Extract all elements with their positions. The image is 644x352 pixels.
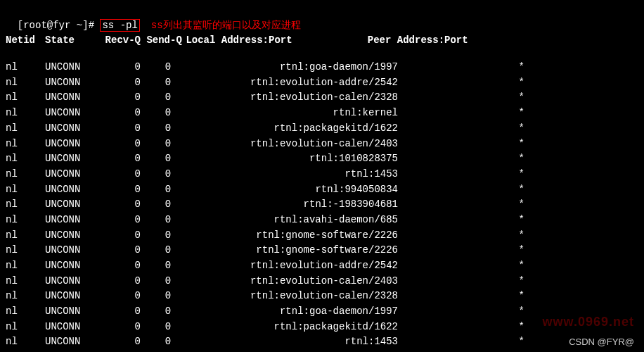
- cell-sendq: 0: [141, 182, 180, 198]
- cell-sendq: 0: [141, 289, 180, 304]
- table-row: nlUNCONN00rtnl:evolution-calen/2403*: [6, 274, 638, 289]
- cell-peer: *: [405, 320, 524, 335]
- command-line[interactable]: [root@fyr ~]# ss -plss列出其监听的端口以及对应进程: [6, 3, 638, 33]
- annotation-text: ss列出其监听的端口以及对应进程: [151, 20, 301, 31]
- cell-netid: nl: [6, 197, 45, 213]
- cell-sendq: 0: [141, 274, 180, 289]
- cell-peer: *: [405, 304, 524, 320]
- command-text: ss -pl: [100, 19, 139, 32]
- cell-peer: *: [405, 182, 524, 198]
- cell-state: UNCONN: [45, 304, 101, 320]
- cell-netid: nl: [6, 151, 45, 167]
- cell-netid: nl: [6, 213, 45, 228]
- cell-state: UNCONN: [45, 334, 101, 350]
- cell-peer: *: [405, 106, 524, 121]
- cell-recvq: 0: [101, 167, 141, 182]
- cell-peer: *: [405, 75, 524, 91]
- cell-recvq: 0: [101, 197, 141, 213]
- cell-peer: *: [405, 228, 524, 244]
- header-netid: Netid: [6, 33, 45, 49]
- cell-recvq: 0: [101, 228, 141, 244]
- cell-state: UNCONN: [45, 137, 101, 152]
- cell-state: UNCONN: [45, 197, 101, 213]
- cell-sendq: 0: [141, 75, 180, 91]
- cell-local: rtnl:kernel: [180, 106, 405, 121]
- cell-sendq: 0: [141, 197, 180, 213]
- cell-netid: nl: [6, 274, 45, 289]
- table-row: nlUNCONN00rtnl:packagekitd/1622*: [6, 121, 638, 137]
- header-local: Local Address:Port: [186, 34, 292, 46]
- cell-netid: nl: [6, 182, 45, 198]
- cell-recvq: 0: [101, 289, 141, 304]
- cell-sendq: 0: [141, 334, 180, 350]
- header-peer: Peer Address:Port: [292, 33, 468, 49]
- cell-state: UNCONN: [45, 228, 101, 244]
- cell-local: rtnl:1453: [180, 167, 405, 182]
- cell-sendq: 0: [141, 228, 180, 244]
- cell-peer: *: [405, 121, 524, 137]
- cell-netid: nl: [6, 75, 45, 91]
- cell-netid: nl: [6, 258, 45, 274]
- cell-state: UNCONN: [45, 182, 101, 198]
- cell-netid: nl: [6, 320, 45, 335]
- cell-local: rtnl:1010828375: [180, 151, 405, 167]
- cell-state: UNCONN: [45, 243, 101, 258]
- cell-recvq: 0: [101, 274, 141, 289]
- cell-state: UNCONN: [45, 106, 101, 121]
- cell-netid: nl: [6, 60, 45, 75]
- header-state: State: [45, 33, 101, 49]
- cell-local: rtnl:-1983904681: [180, 197, 405, 213]
- cell-recvq: 0: [101, 106, 141, 121]
- cell-state: UNCONN: [45, 213, 101, 228]
- cell-recvq: 0: [101, 213, 141, 228]
- table-row: nlUNCONN00rtnl:evolution-calen/2328*: [6, 289, 638, 304]
- cell-netid: nl: [6, 334, 45, 350]
- cell-peer: *: [405, 167, 524, 182]
- cell-state: UNCONN: [45, 289, 101, 304]
- cell-local: rtnl:packagekitd/1622: [180, 121, 405, 137]
- cell-peer: *: [405, 137, 524, 152]
- cell-state: UNCONN: [45, 151, 101, 167]
- table-row: nlUNCONN00rtnl:gnome-software/2226*: [6, 228, 638, 244]
- cell-sendq: 0: [141, 258, 180, 274]
- cell-recvq: 0: [101, 137, 141, 152]
- table-body: nlUNCONN00rtnl:goa-daemon/1997*nlUNCONN0…: [6, 60, 638, 352]
- cell-netid: nl: [6, 289, 45, 304]
- table-row: nlUNCONN00rtnl:994050834*: [6, 182, 638, 198]
- table-row: nlUNCONN00rtnl:1453*: [6, 334, 638, 350]
- table-row: nlUNCONN00rtnl:1453*: [6, 167, 638, 182]
- cell-local: rtnl:goa-daemon/1997: [180, 60, 405, 75]
- table-row: nlUNCONN00rtnl:goa-daemon/1997*: [6, 60, 638, 75]
- cell-peer: *: [405, 243, 524, 258]
- cell-state: UNCONN: [45, 274, 101, 289]
- footer-text: CSDN @FYR@: [569, 335, 634, 349]
- cell-netid: nl: [6, 243, 45, 258]
- cell-peer: *: [405, 274, 524, 289]
- cell-local: rtnl:gnome-software/2226: [180, 228, 405, 244]
- cell-peer: *: [405, 289, 524, 304]
- table-row: nlUNCONN00rtnl:evolution-addre/2542*: [6, 75, 638, 91]
- cell-state: UNCONN: [45, 90, 101, 106]
- cell-sendq: 0: [141, 60, 180, 75]
- cell-sendq: 0: [141, 304, 180, 320]
- cell-peer: *: [405, 258, 524, 274]
- table-row: nlUNCONN00rtnl:-1983904681*: [6, 197, 638, 213]
- cell-sendq: 0: [141, 213, 180, 228]
- cell-netid: nl: [6, 167, 45, 182]
- cell-state: UNCONN: [45, 60, 101, 75]
- cell-local: rtnl:evolution-calen/2328: [180, 289, 405, 304]
- table-row: nlUNCONN00rtnl:kernel*: [6, 106, 638, 121]
- cell-netid: nl: [6, 304, 45, 320]
- cell-recvq: 0: [101, 320, 141, 335]
- header-sendq: Send-Q: [146, 33, 186, 49]
- table-row: nlUNCONN00rtnl:1010828375*: [6, 151, 638, 167]
- cell-local: rtnl:994050834: [180, 182, 405, 198]
- cell-local: rtnl:1453: [180, 334, 405, 350]
- cell-netid: nl: [6, 228, 45, 244]
- cell-peer: *: [405, 334, 524, 350]
- cell-recvq: 0: [101, 334, 141, 350]
- table-row: nlUNCONN00rtnl:gnome-software/2226*: [6, 243, 638, 258]
- cell-recvq: 0: [101, 182, 141, 198]
- prompt-text: [root@fyr ~]#: [18, 20, 94, 31]
- cell-local: rtnl:evolution-addre/2542: [180, 75, 405, 91]
